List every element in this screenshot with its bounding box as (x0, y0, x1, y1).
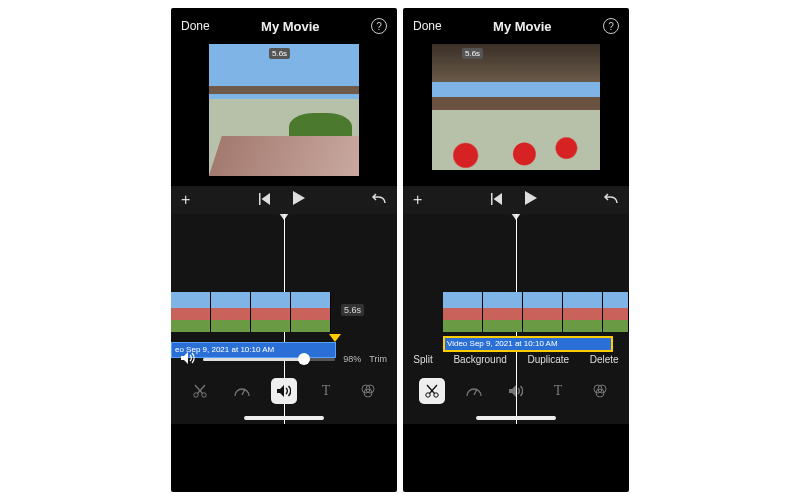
home-indicator[interactable] (476, 416, 556, 420)
text-icon[interactable]: T (545, 378, 571, 404)
scissors-icon[interactable] (419, 378, 445, 404)
volume-row: 98% Trim (171, 348, 397, 370)
project-title: My Movie (493, 19, 552, 34)
skip-start-icon[interactable] (257, 191, 271, 209)
imovie-editor-right: Done My Movie ? 5.6s + (403, 8, 629, 492)
timeline[interactable]: 5.6s eo Sep 9, 2021 at 10:10 AM 98% Trim (171, 214, 397, 424)
text-icon[interactable]: T (313, 378, 339, 404)
audio-icon[interactable] (503, 378, 529, 404)
video-clip[interactable] (443, 292, 629, 332)
background-button[interactable]: Background (453, 354, 506, 365)
split-button[interactable]: Split (413, 354, 432, 365)
slider-knob[interactable] (298, 353, 310, 365)
add-media-button[interactable]: + (181, 191, 190, 209)
home-indicator[interactable] (244, 416, 324, 420)
play-icon[interactable] (525, 191, 537, 209)
video-preview[interactable]: 5.6s (209, 44, 359, 176)
skip-start-icon[interactable] (489, 191, 503, 209)
scissors-icon[interactable] (187, 378, 213, 404)
filters-icon[interactable] (355, 378, 381, 404)
timeline[interactable]: Video Sep 9, 2021 at 10:10 AM Split Back… (403, 214, 629, 424)
volume-percent: 98% (343, 354, 361, 364)
undo-icon[interactable] (603, 191, 619, 209)
imovie-editor-left: Done My Movie ? 5.6s + (171, 8, 397, 492)
trim-label[interactable]: Trim (369, 354, 387, 364)
done-button[interactable]: Done (181, 19, 210, 33)
trim-handle-icon[interactable] (329, 334, 341, 342)
done-button[interactable]: Done (413, 19, 442, 33)
preview-area: 5.6s (171, 44, 397, 186)
header: Done My Movie ? (171, 8, 397, 44)
project-title: My Movie (261, 19, 320, 34)
duration-badge: 5.6s (462, 48, 483, 59)
delete-button[interactable]: Delete (590, 354, 619, 365)
clip-actions: Split Background Duplicate Delete (403, 348, 629, 370)
clip-duration-chip: 5.6s (341, 304, 364, 316)
header: Done My Movie ? (403, 8, 629, 44)
duplicate-button[interactable]: Duplicate (527, 354, 569, 365)
toolbar: T (403, 376, 629, 406)
speedometer-icon[interactable] (461, 378, 487, 404)
speaker-icon[interactable] (181, 352, 195, 367)
add-media-button[interactable]: + (413, 191, 422, 209)
transport-row: + (171, 186, 397, 214)
preview-area: 5.6s (403, 44, 629, 186)
undo-icon[interactable] (371, 191, 387, 209)
help-icon[interactable]: ? (603, 18, 619, 34)
transport-row: + (403, 186, 629, 214)
video-preview[interactable]: 5.6s (432, 44, 600, 170)
speedometer-icon[interactable] (229, 378, 255, 404)
video-clip[interactable] (171, 292, 336, 332)
volume-slider[interactable] (203, 358, 335, 361)
help-icon[interactable]: ? (371, 18, 387, 34)
duration-badge: 5.6s (269, 48, 290, 59)
audio-icon[interactable] (271, 378, 297, 404)
play-icon[interactable] (293, 191, 305, 209)
toolbar: T (171, 376, 397, 406)
filters-icon (587, 378, 613, 404)
